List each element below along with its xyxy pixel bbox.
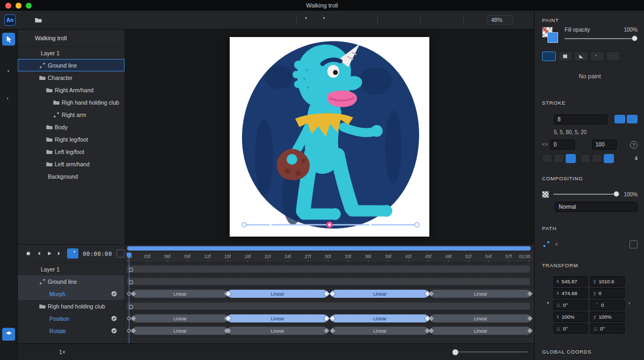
arc-button[interactable] — [215, 348, 223, 356]
line-segment-button[interactable] — [134, 348, 142, 356]
focus-target-button[interactable] — [361, 14, 371, 26]
pixel-grid-button[interactable] — [517, 14, 528, 26]
dash-pattern-value[interactable]: 5, 5, 80, 5, 20 — [554, 129, 587, 135]
keyframe-segment[interactable]: Linear — [430, 290, 531, 298]
fill-clear-button[interactable] — [606, 52, 620, 61]
slider-handle[interactable] — [632, 35, 638, 41]
track-row[interactable] — [125, 300, 534, 312]
timeline-property-row[interactable]: Position — [18, 312, 125, 325]
zoom-tool[interactable] — [2, 153, 15, 166]
chevron-down-icon[interactable] — [31, 75, 37, 80]
position-x-field[interactable]: x545.87 — [553, 276, 588, 286]
rounded-corner-button[interactable] — [166, 348, 174, 356]
frame-stepper-button[interactable] — [116, 249, 125, 258]
onion-skin-button[interactable] — [346, 14, 357, 26]
chevron-down-icon[interactable] — [24, 266, 30, 272]
skew-y-field[interactable]: △0° — [590, 324, 625, 334]
scale-x-field[interactable]: x100% — [553, 312, 588, 322]
app-logo[interactable]: An — [4, 14, 16, 26]
frame-curve-button[interactable] — [240, 348, 248, 356]
reset-rotation-icon[interactable] — [627, 302, 634, 308]
join-bevel-button[interactable] — [604, 154, 614, 163]
loop-button[interactable] — [67, 248, 78, 259]
layer-row[interactable]: Body — [18, 121, 125, 133]
cap-butt-button[interactable] — [542, 154, 552, 163]
rotation-field[interactable]: △0° — [553, 300, 588, 310]
canvas[interactable] — [125, 30, 534, 244]
cap-square-button[interactable] — [566, 154, 576, 163]
bone-icon[interactable] — [542, 240, 551, 248]
timeline-range-bar[interactable] — [127, 246, 531, 251]
keyframe-segment[interactable]: Linear — [228, 327, 327, 335]
s-curve-button[interactable] — [182, 348, 191, 356]
layer-track-bar[interactable] — [127, 303, 530, 310]
fill-image-button[interactable] — [590, 52, 604, 61]
layer-track-bar[interactable] — [127, 266, 530, 273]
layer-row[interactable]: Character — [18, 71, 125, 84]
chevron-down-icon[interactable] — [31, 278, 37, 284]
keyframe-segment[interactable]: Linear — [133, 290, 228, 298]
chevron-right-icon[interactable] — [31, 173, 37, 179]
chevron-right-icon[interactable] — [38, 136, 44, 142]
cap-round-button[interactable] — [554, 154, 564, 163]
target-icon[interactable] — [627, 278, 634, 285]
layer-row[interactable]: Righ hand holding club — [18, 96, 125, 108]
fill-opacity-slider[interactable] — [565, 35, 638, 42]
close-window-button[interactable] — [5, 3, 11, 9]
layer-track-bar[interactable] — [127, 278, 530, 285]
target-icon[interactable] — [627, 290, 634, 297]
anchor-x-field[interactable]: x474.68 — [553, 288, 588, 298]
join-miter-button[interactable] — [580, 154, 590, 163]
track-row[interactable] — [125, 263, 534, 275]
artboard[interactable] — [230, 37, 429, 237]
rectangle-tool[interactable] — [2, 78, 15, 91]
zoom-dropdown[interactable]: 48% — [487, 15, 513, 25]
compositing-section-header[interactable]: COMPOSITING — [542, 174, 638, 182]
opacity-slider[interactable] — [553, 191, 619, 197]
keyframe-segment[interactable]: Linear — [133, 314, 228, 322]
record-button[interactable] — [25, 250, 31, 257]
layer-row[interactable]: Right leg/foot — [18, 133, 125, 145]
track-row-morph[interactable]: Linear Linear Linear Linear — [125, 288, 534, 300]
fill-swatch[interactable] — [542, 27, 559, 44]
chevron-right-icon[interactable] — [38, 124, 44, 130]
stroke-secondary-swatch[interactable] — [627, 115, 638, 123]
corner-button[interactable] — [150, 348, 158, 356]
slider-handle[interactable] — [613, 191, 619, 197]
snapping-dropdown[interactable] — [444, 14, 457, 26]
fill-none-button[interactable] — [542, 52, 556, 61]
timeline-property-row[interactable]: Morph — [18, 288, 125, 300]
wave-button[interactable] — [199, 348, 207, 356]
keyframe-segment[interactable]: Linear — [228, 290, 327, 298]
link-icon[interactable] — [627, 313, 634, 320]
stroke-section-header[interactable]: STROKE — [542, 99, 638, 106]
minimize-window-button[interactable] — [16, 3, 21, 9]
play-button[interactable] — [46, 250, 52, 257]
stroke-width-field[interactable]: 8 — [554, 114, 608, 124]
layer-row[interactable]: Background — [18, 170, 125, 182]
timeline-layer-row[interactable]: Righ hand holding club — [18, 300, 125, 312]
path-section-header[interactable]: PATH — [542, 224, 638, 232]
asset-tool[interactable] — [2, 93, 15, 106]
timeline-ruler[interactable]: 0s 03f 06f 09f 12f 15f 18f 21f 24f 27f 3 — [125, 252, 534, 263]
keyframe-segment[interactable]: Linear — [228, 314, 327, 322]
turns-field[interactable]: 0 — [590, 300, 625, 310]
filter-button[interactable] — [26, 348, 34, 356]
timeline-property-row[interactable]: Rotate — [18, 325, 125, 337]
track-row-position[interactable]: Linear Linear Linear Linear — [125, 312, 534, 325]
anchor-y-field[interactable]: y0 — [590, 288, 625, 298]
keyframe-segment[interactable]: Linear — [133, 327, 228, 335]
lasso-tool[interactable] — [2, 63, 15, 76]
path-frame-button[interactable] — [630, 240, 638, 248]
layer-row[interactable]: Right Arm/hand — [18, 84, 125, 96]
direct-select-tool[interactable] — [2, 48, 15, 61]
timeline-layer-row[interactable]: Ground line — [18, 275, 125, 288]
object-dropdown[interactable] — [401, 14, 414, 26]
timeline-zoom-slider[interactable] — [452, 349, 528, 355]
path-clear-label[interactable]: × — [555, 241, 558, 247]
snap-object-button[interactable] — [280, 14, 290, 26]
chevron-right-icon[interactable] — [38, 149, 44, 155]
previous-frame-button[interactable] — [35, 250, 41, 257]
open-button[interactable] — [33, 14, 43, 26]
chevron-down-icon[interactable] — [24, 50, 30, 56]
